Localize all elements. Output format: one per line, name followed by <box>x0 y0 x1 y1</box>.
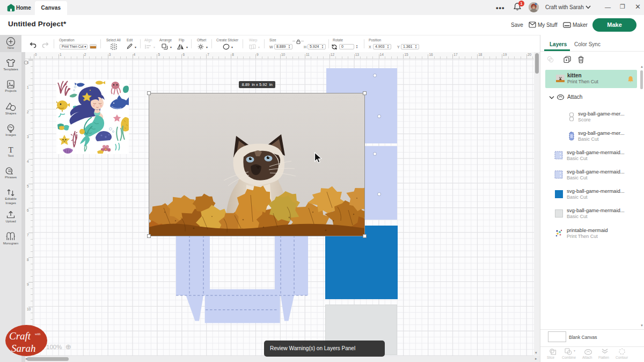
svg-text:with: with <box>35 332 40 336</box>
svg-text:Sarah: Sarah <box>11 343 35 354</box>
svg-text:T: T <box>8 146 13 154</box>
svg-text:Craft: Craft <box>9 330 31 342</box>
